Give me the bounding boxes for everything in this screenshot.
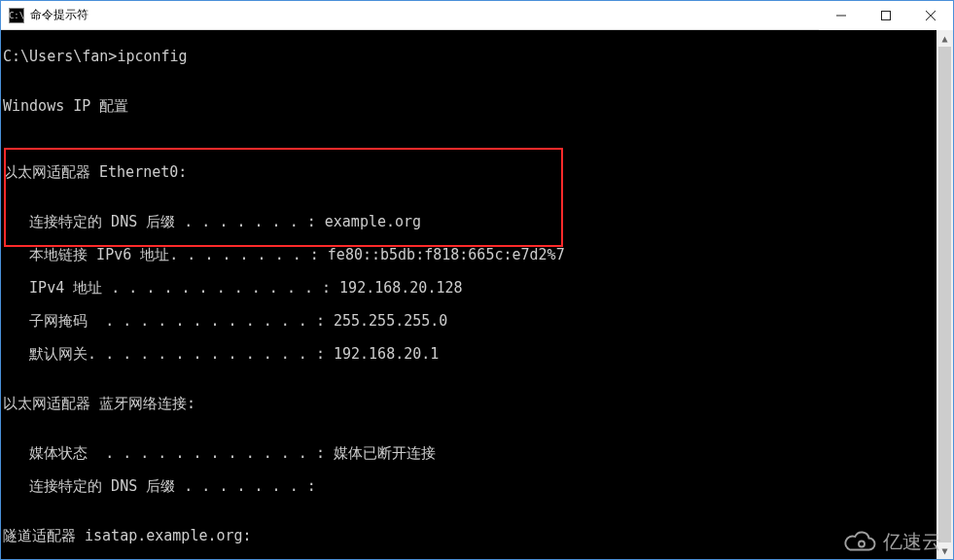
close-button[interactable] [908,1,953,30]
command-prompt-window: C:\ 命令提示符 C:\Users\fan>ipconfig Windows … [0,0,954,560]
svg-rect-1 [882,11,891,19]
adapter-field: 子网掩码 . . . . . . . . . . . . : 255.255.2… [3,313,953,330]
adapter-field: 连接特定的 DNS 后缀 . . . . . . . : example.org [3,214,953,230]
titlebar[interactable]: C:\ 命令提示符 [1,1,953,30]
vertical-scrollbar[interactable]: ▲ ▼ [936,30,953,559]
adapter-field: 媒体状态 . . . . . . . . . . . . : 媒体已断开连接 [3,445,953,462]
maximize-icon [881,11,891,20]
scrollbar-thumb[interactable] [938,47,951,542]
close-icon [926,11,936,20]
scroll-down-arrow-icon[interactable]: ▼ [936,542,953,559]
adapter-field: IPv4 地址 . . . . . . . . . . . . : 192.16… [3,280,953,297]
maximize-button[interactable] [864,1,908,30]
adapter-field: 默认网关. . . . . . . . . . . . . : 192.168.… [3,346,953,363]
scrollbar-track[interactable] [936,47,953,542]
ipconfig-header: Windows IP 配置 [3,98,953,115]
adapter-title: 隧道适配器 isatap.example.org: [3,528,953,544]
minimize-icon [836,11,846,20]
prompt-line: C:\Users\fan>ipconfig [3,49,953,65]
terminal-output[interactable]: C:\Users\fan>ipconfig Windows IP 配置 以太网适… [1,30,953,559]
adapter-title: 以太网适配器 蓝牙网络连接: [3,396,953,412]
scroll-up-arrow-icon[interactable]: ▲ [936,30,953,47]
app-icon: C:\ [9,8,24,23]
window-title: 命令提示符 [30,7,88,23]
adapter-field: 连接特定的 DNS 后缀 . . . . . . . : [3,478,953,495]
adapter-title: 以太网适配器 Ethernet0: [3,164,953,181]
minimize-button[interactable] [819,1,864,30]
adapter-field: 本地链接 IPv6 地址. . . . . . . . : fe80::b5db… [3,247,953,263]
